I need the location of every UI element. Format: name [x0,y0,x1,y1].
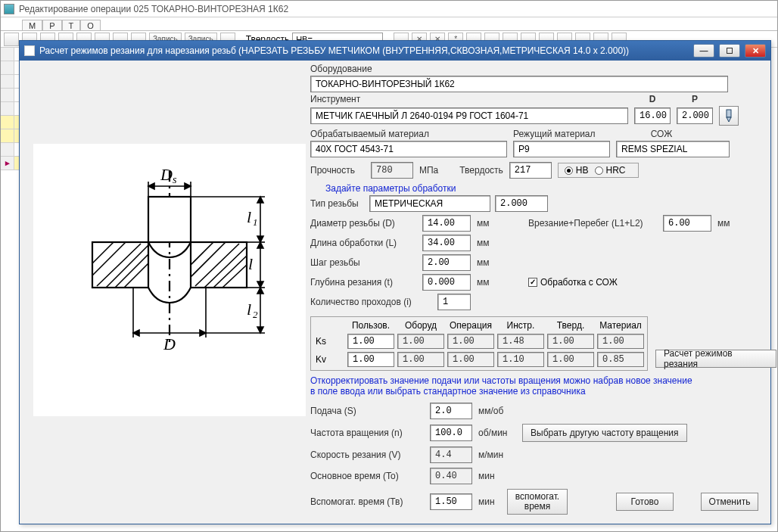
step-field[interactable]: 2.00 [422,254,471,271]
svg-text:l: l [248,254,253,273]
kv-5: 0.85 [597,352,644,367]
ks-0[interactable]: 1.00 [347,334,394,349]
hard-field[interactable]: 217 [509,162,552,179]
svg-text:2: 2 [253,309,258,320]
ks-4: 1.00 [547,334,594,349]
minimize-button[interactable]: — [693,44,714,58]
thread-diagram: Ds D l1 [33,144,306,416]
kv-3: 1.10 [497,352,544,367]
outer-tabs: М Р Т О [1,17,777,31]
tb-btn-1[interactable] [4,33,19,46]
svg-text:1: 1 [253,216,258,228]
ok-button[interactable]: Готово [616,493,674,511]
svg-marker-18 [185,183,191,189]
rpm-picker-button[interactable]: Выбрать другую частоту вращения [522,424,687,442]
rpm-unit: об/мин [478,428,516,438]
app-icon [4,4,14,14]
svg-text:l: l [247,207,251,226]
speed-field: 4.4 [430,446,472,463]
coef-group: Пользов. Оборуд Операция Инстр. Тверд. М… [310,316,648,371]
coef-col-2: Операция [447,320,494,331]
cutmat-field[interactable]: P9 [513,141,610,157]
len-lbl: Длина обработки (L) [310,238,416,248]
rpm-lbl: Частота вращения (n) [310,428,424,438]
radio-hb[interactable]: HB [565,165,589,176]
params-hint: Задайте параметры обработки [325,183,456,194]
coef-col-1: Оборуд [397,320,444,331]
tab-r[interactable]: Р [42,20,61,30]
hardness-scale-group: HB HRC [558,163,639,178]
form-area: Оборудование ТОКАРНО-ВИНТОРЕЗНЫЙ 1К62 Ин… [310,64,758,518]
plunge-lbl: Врезание+Перебег (L1+L2) [528,218,657,229]
coef-row-kv: Kv [314,354,344,365]
tool-picker-icon[interactable] [719,106,739,126]
tab-o[interactable]: О [80,20,101,30]
len-field[interactable]: 34.00 [422,235,471,251]
coef-row-ks: Ks [314,336,344,347]
tool-field[interactable]: МЕТЧИК ГАЕЧНЫЙ Л 2640-0194 Р9 ГОСТ 1604-… [310,107,628,124]
svg-marker-23 [200,330,206,336]
ks-3: 1.48 [497,334,544,349]
tab-m[interactable]: М [22,20,42,30]
strength-field: 780 [371,162,413,179]
aux-lbl: Вспомогат. время (Тв) [310,496,424,507]
kv-1: 1.00 [397,352,444,367]
coef-col-3: Инстр. [497,320,544,331]
hard-lbl: Твердость [459,165,503,176]
d-field[interactable]: 16.00 [634,107,671,124]
outer-titlebar: Редактирование операции 025 ТОКАРНО-ВИНТ… [1,1,777,17]
p-lbl: P [677,94,713,104]
svg-marker-17 [148,183,154,189]
dlg-title-text: Расчет режимов резания для нарезания рез… [39,45,629,56]
coolant-checkbox[interactable]: Обработка с СОЖ [528,277,618,288]
coolant-field[interactable]: REMS SPEZIAL [616,141,730,157]
close-button[interactable]: ✕ [745,44,766,58]
strength-unit: МПа [419,165,438,176]
dia-unit: мм [477,218,498,229]
depth-unit: мм [477,277,498,288]
aux-unit: мин [478,496,501,507]
aux-field[interactable]: 1.50 [430,493,472,510]
svg-text:D: D [163,334,176,353]
coef-col-0: Пользов. [347,320,394,331]
dia-lbl: Диаметр резьбы (D) [310,218,416,229]
aux-time-button[interactable]: вспомогат. время [507,489,568,515]
calc-button[interactable]: Расчет режимов резания [655,350,776,368]
thread-pitch-box[interactable]: 2.000 [495,195,548,212]
tab-t[interactable]: Т [62,20,81,30]
feed-lbl: Подача (S) [310,406,424,416]
radio-hrc[interactable]: HRC [595,165,626,176]
strength-lbl: Прочность [310,165,365,176]
kv-0[interactable]: 1.00 [347,352,394,367]
workmat-lbl: Обрабатываемый материал [310,129,507,139]
speed-unit: м/мин [478,450,503,460]
svg-rect-2 [92,242,148,288]
p-field[interactable]: 2.000 [677,107,713,124]
cancel-button[interactable]: Отменить [701,493,758,511]
dia-field[interactable]: 14.00 [422,215,471,232]
thread-type-field[interactable]: МЕТРИЧЕСКАЯ [369,195,490,212]
len-unit: мм [477,238,490,248]
speed-lbl: Скорость резания (V) [310,450,424,460]
dlg-titlebar[interactable]: Расчет режимов резания для нарезания рез… [20,41,770,61]
svg-text:D: D [160,165,173,184]
kv-2: 1.00 [447,352,494,367]
plunge-field[interactable]: 6.00 [663,215,711,232]
coolant-lbl: СОЖ [616,129,707,139]
svg-text:s: s [173,174,177,185]
ks-5: 1.00 [597,334,644,349]
feed-field[interactable]: 2.0 [430,403,472,419]
depth-field[interactable]: 0.000 [422,274,471,291]
workmat-field[interactable]: 40Х ГОСТ 4543-71 [310,141,507,157]
tool-lbl: Инструмент [310,94,628,104]
dlg-icon [24,45,35,56]
equip-field[interactable]: ТОКАРНО-ВИНТОРЕЗНЫЙ 1К62 [310,76,728,92]
basetime-unit: мин [478,471,495,481]
rpm-field[interactable]: 100.0 [430,425,472,441]
feed-unit: мм/об [478,406,503,416]
maximize-button[interactable] [719,44,740,58]
coef-col-4: Тверд. [547,320,594,331]
passes-field[interactable]: 1 [437,294,471,310]
tip-line-2: в поле ввода или выбрать стандартное зна… [310,386,758,397]
basetime-lbl: Основное время (To) [310,471,424,481]
